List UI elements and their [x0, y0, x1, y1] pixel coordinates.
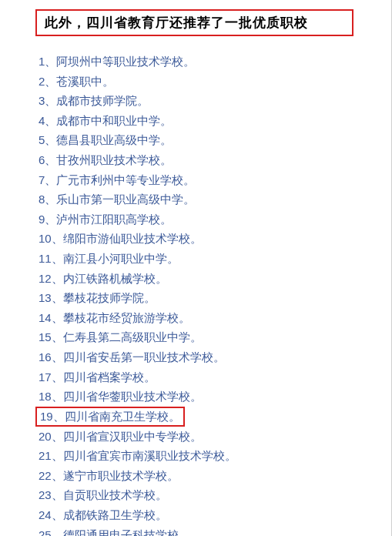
- list-item: 19、四川省南充卫生学校。: [40, 408, 180, 425]
- list-item: 15、仁寿县第二高级职业中学。: [39, 327, 361, 347]
- list-item: 25、德阳通用电子科技学校。: [39, 525, 361, 536]
- title-container: 此外，四川省教育厅还推荐了一批优质职校: [35, 9, 353, 36]
- highlighted-item: 19、四川省南充卫生学校。: [35, 407, 185, 427]
- list-item: 3、成都市技师学院。: [39, 91, 361, 111]
- list-item: 5、德昌县职业高级中学。: [39, 130, 361, 150]
- list-item: 11、南江县小河职业中学。: [39, 249, 361, 269]
- list-item: 17、四川省档案学校。: [39, 367, 361, 387]
- list-item: 13、攀枝花技师学院。: [39, 288, 361, 308]
- list-item: 24、成都铁路卫生学校。: [39, 505, 361, 525]
- list-item: 20、四川省宣汉职业中专学校。: [39, 427, 361, 447]
- list-item: 10、绵阳市游仙职业技术学校。: [39, 229, 361, 249]
- list-item: 16、四川省安岳第一职业技术学校。: [39, 347, 361, 367]
- list-item: 21、四川省宜宾市南溪职业技术学校。: [39, 446, 361, 466]
- list-item: 1、阿坝州中等职业技术学校。: [39, 52, 361, 72]
- school-list: 1、阿坝州中等职业技术学校。2、苍溪职中。3、成都市技师学院。4、成都市中和职业…: [31, 52, 361, 536]
- list-item: 7、广元市利州中等专业学校。: [39, 170, 361, 190]
- list-item: 12、内江铁路机械学校。: [39, 269, 361, 289]
- title-text: 此外，四川省教育厅还推荐了一批优质职校: [45, 14, 344, 32]
- list-item: 23、自贡职业技术学校。: [39, 485, 361, 505]
- list-item: 8、乐山市第一职业高级中学。: [39, 189, 361, 209]
- list-item: 18、四川省华蓥职业技术学校。: [39, 387, 361, 407]
- list-item: 14、攀枝花市经贸旅游学校。: [39, 308, 361, 328]
- list-item: 2、苍溪职中。: [39, 72, 361, 92]
- list-item: 6、甘孜州职业技术学校。: [39, 150, 361, 170]
- list-item: 4、成都市中和职业中学。: [39, 111, 361, 131]
- list-item: 22、遂宁市职业技术学校。: [39, 466, 361, 486]
- list-item: 9、泸州市江阳职高学校。: [39, 209, 361, 229]
